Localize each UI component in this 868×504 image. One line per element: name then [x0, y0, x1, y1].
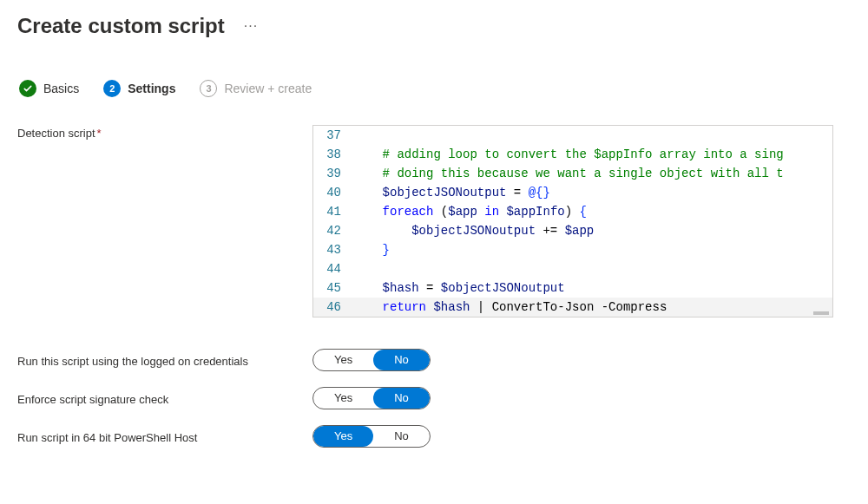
toggle-run-logged-on[interactable]: Yes No: [312, 349, 431, 371]
code-line[interactable]: 45 $hash = $objectJSONoutput: [313, 278, 832, 298]
page-title: Create custom script: [17, 14, 225, 38]
code-line[interactable]: 42 $objectJSONoutput += $app: [313, 221, 832, 240]
wizard-steps: Basics 2 Settings 3 Review + create: [17, 80, 851, 97]
line-content[interactable]: $hash = $objectJSONoutput: [353, 278, 832, 298]
step-number-icon: 3: [200, 80, 217, 97]
toggle-yes[interactable]: Yes: [313, 426, 373, 447]
detection-script-label: Detection script*: [17, 125, 312, 140]
wizard-step-settings[interactable]: 2 Settings: [103, 80, 175, 97]
line-content[interactable]: return $hash | ConvertTo-Json -Compress: [353, 298, 832, 317]
line-content[interactable]: # adding loop to convert the $appInfo ar…: [353, 145, 832, 164]
scrollbar[interactable]: [813, 311, 829, 315]
run-logged-on-label: Run this script using the logged on cred…: [17, 353, 312, 368]
line-number: 41: [313, 202, 353, 221]
code-line[interactable]: 43 }: [313, 240, 832, 259]
toggle-no[interactable]: No: [373, 350, 430, 370]
wizard-step-label: Basics: [43, 82, 79, 95]
code-line[interactable]: 44: [313, 259, 832, 278]
wizard-step-basics[interactable]: Basics: [19, 80, 79, 97]
run-64bit-label: Run script in 64 bit PowerShell Host: [17, 429, 312, 444]
line-number: 45: [313, 278, 353, 298]
line-number: 38: [313, 145, 353, 164]
wizard-step-label: Settings: [128, 82, 175, 95]
line-number: 42: [313, 221, 353, 240]
line-content[interactable]: $objectJSONoutput += $app: [353, 221, 832, 240]
toggle-yes[interactable]: Yes: [313, 388, 373, 409]
code-editor[interactable]: 3738 # adding loop to convert the $appIn…: [312, 125, 833, 317]
code-line[interactable]: 46 return $hash | ConvertTo-Json -Compre…: [313, 298, 832, 317]
code-line[interactable]: 37: [313, 126, 832, 145]
toggle-enforce-sig[interactable]: Yes No: [312, 387, 431, 409]
wizard-step-review[interactable]: 3 Review + create: [200, 80, 312, 97]
line-content[interactable]: $objectJSONoutput = @{}: [353, 183, 832, 202]
line-number: 46: [313, 298, 353, 317]
line-number: 40: [313, 183, 353, 202]
code-line[interactable]: 38 # adding loop to convert the $appInfo…: [313, 145, 832, 164]
code-line[interactable]: 41 foreach ($app in $appInfo) {: [313, 202, 832, 221]
toggle-run-64bit[interactable]: Yes No: [312, 425, 431, 448]
required-marker: *: [97, 127, 102, 140]
toggle-no[interactable]: No: [373, 388, 430, 409]
line-content[interactable]: foreach ($app in $appInfo) {: [353, 202, 832, 221]
code-line[interactable]: 40 $objectJSONoutput = @{}: [313, 183, 832, 202]
toggle-yes[interactable]: Yes: [313, 350, 373, 370]
line-content[interactable]: # doing this because we want a single ob…: [353, 164, 832, 183]
step-number-icon: 2: [103, 80, 121, 97]
wizard-step-label: Review + create: [224, 82, 312, 95]
line-number: 37: [313, 126, 353, 145]
line-number: 44: [313, 259, 353, 278]
ellipsis-icon[interactable]: ···: [244, 18, 258, 34]
checkmark-icon: [19, 80, 36, 97]
line-content[interactable]: }: [353, 240, 832, 259]
code-line[interactable]: 39 # doing this because we want a single…: [313, 164, 832, 183]
enforce-sig-label: Enforce script signature check: [17, 391, 312, 406]
toggle-no[interactable]: No: [373, 426, 430, 447]
line-number: 43: [313, 240, 353, 259]
line-number: 39: [313, 164, 353, 183]
